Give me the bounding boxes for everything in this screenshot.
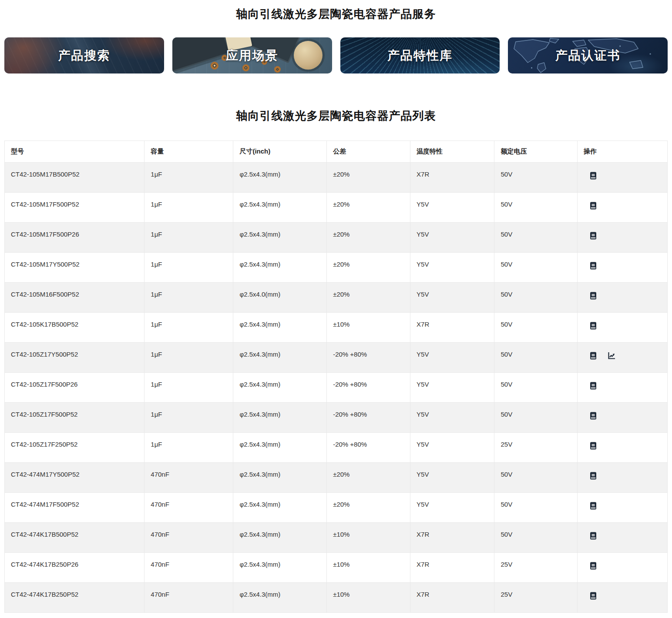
size-cell: φ2.5x4.3(mm) bbox=[233, 373, 327, 403]
table-row: CT42-105M17F500P52 1μF φ2.5x4.3(mm) ±20%… bbox=[5, 193, 668, 223]
header-temp-characteristic: 温度特性 bbox=[410, 141, 494, 163]
book-icon bbox=[589, 531, 598, 540]
model-cell: CT42-105Z17F250P52 bbox=[5, 433, 144, 463]
capacity-cell: 1μF bbox=[144, 313, 233, 343]
temp-characteristic-cell: Y5V bbox=[410, 343, 494, 373]
size-cell: φ2.5x4.3(mm) bbox=[233, 193, 327, 223]
model-cell: CT42-105M16F500P52 bbox=[5, 283, 144, 313]
temp-characteristic-cell: Y5V bbox=[410, 283, 494, 313]
view-datasheet-button[interactable] bbox=[589, 381, 598, 390]
tolerance-cell: ±20% bbox=[327, 223, 410, 253]
size-cell: φ2.5x4.3(mm) bbox=[233, 343, 327, 373]
capacity-cell: 470nF bbox=[144, 553, 233, 583]
actions-cell bbox=[577, 463, 667, 493]
actions-cell bbox=[577, 553, 667, 583]
view-datasheet-button[interactable] bbox=[589, 261, 598, 270]
capacity-cell: 1μF bbox=[144, 193, 233, 223]
capacity-cell: 1μF bbox=[144, 373, 233, 403]
actions-cell bbox=[577, 163, 667, 193]
tolerance-cell: ±10% bbox=[327, 523, 410, 553]
book-icon bbox=[589, 471, 598, 480]
view-datasheet-button[interactable] bbox=[589, 501, 598, 510]
view-datasheet-button[interactable] bbox=[589, 531, 598, 540]
tolerance-cell: ±10% bbox=[327, 313, 410, 343]
capacity-cell: 1μF bbox=[144, 163, 233, 193]
tolerance-cell: -20% +80% bbox=[327, 403, 410, 433]
tolerance-cell: ±20% bbox=[327, 493, 410, 523]
rated-voltage-cell: 25V bbox=[494, 553, 577, 583]
table-row: CT42-105Z17F500P52 1μF φ2.5x4.3(mm) -20%… bbox=[5, 403, 668, 433]
view-datasheet-button[interactable] bbox=[589, 321, 598, 330]
rated-voltage-cell: 25V bbox=[494, 583, 577, 613]
size-cell: φ2.5x4.0(mm) bbox=[233, 283, 327, 313]
banner-product-certificates[interactable]: 产品认证书 bbox=[508, 37, 668, 73]
banner-product-characteristics[interactable]: 产品特性库 bbox=[340, 37, 500, 73]
view-datasheet-button[interactable] bbox=[589, 471, 598, 480]
temp-characteristic-cell: Y5V bbox=[410, 463, 494, 493]
view-datasheet-button[interactable] bbox=[589, 201, 598, 210]
line-chart-up-icon bbox=[607, 351, 616, 360]
table-row: CT42-105M16F500P52 1μF φ2.5x4.0(mm) ±20%… bbox=[5, 283, 668, 313]
rated-voltage-cell: 50V bbox=[494, 313, 577, 343]
size-cell: φ2.5x4.3(mm) bbox=[233, 253, 327, 283]
table-row: CT42-474K17B500P52 470nF φ2.5x4.3(mm) ±1… bbox=[5, 523, 668, 553]
banner-label: 产品特性库 bbox=[387, 47, 453, 64]
book-icon bbox=[589, 321, 598, 330]
banner-nav: 产品搜索 应用场景 产品特性库 bbox=[0, 37, 672, 73]
book-icon bbox=[589, 411, 598, 420]
temp-characteristic-cell: Y5V bbox=[410, 373, 494, 403]
table-row: CT42-474K17B250P52 470nF φ2.5x4.3(mm) ±1… bbox=[5, 583, 668, 613]
actions-cell bbox=[577, 193, 667, 223]
view-trend-button[interactable] bbox=[607, 351, 616, 360]
view-datasheet-button[interactable] bbox=[589, 291, 598, 300]
temp-characteristic-cell: Y5V bbox=[410, 403, 494, 433]
view-datasheet-button[interactable] bbox=[589, 231, 598, 240]
capacity-cell: 1μF bbox=[144, 433, 233, 463]
table-row: CT42-105M17Y500P52 1μF φ2.5x4.3(mm) ±20%… bbox=[5, 253, 668, 283]
view-datasheet-button[interactable] bbox=[589, 441, 598, 450]
model-cell: CT42-474K17B500P52 bbox=[5, 523, 144, 553]
actions-cell bbox=[577, 433, 667, 463]
model-cell: CT42-474K17B250P52 bbox=[5, 583, 144, 613]
header-model: 型号 bbox=[5, 141, 144, 163]
view-datasheet-button[interactable] bbox=[589, 351, 598, 360]
product-table: 型号 容量 尺寸(inch) 公差 温度特性 额定电压 操作 CT42-105M… bbox=[4, 140, 668, 613]
size-cell: φ2.5x4.3(mm) bbox=[233, 433, 327, 463]
size-cell: φ2.5x4.3(mm) bbox=[233, 523, 327, 553]
rated-voltage-cell: 50V bbox=[494, 163, 577, 193]
model-cell: CT42-474M17Y500P52 bbox=[5, 463, 144, 493]
model-cell: CT42-474K17B250P26 bbox=[5, 553, 144, 583]
service-title: 轴向引线激光多层陶瓷电容器产品服务 bbox=[4, 7, 668, 21]
temp-characteristic-cell: Y5V bbox=[410, 193, 494, 223]
actions-cell bbox=[577, 583, 667, 613]
rated-voltage-cell: 50V bbox=[494, 493, 577, 523]
capacity-cell: 1μF bbox=[144, 403, 233, 433]
header-size: 尺寸(inch) bbox=[233, 141, 327, 163]
view-datasheet-button[interactable] bbox=[589, 171, 598, 180]
rated-voltage-cell: 50V bbox=[494, 253, 577, 283]
book-icon bbox=[589, 381, 598, 390]
view-datasheet-button[interactable] bbox=[589, 411, 598, 420]
rated-voltage-cell: 50V bbox=[494, 403, 577, 433]
actions-cell bbox=[577, 373, 667, 403]
page-header: 轴向引线激光多层陶瓷电容器产品服务 bbox=[0, 7, 672, 21]
actions-cell bbox=[577, 253, 667, 283]
size-cell: φ2.5x4.3(mm) bbox=[233, 163, 327, 193]
capacity-cell: 470nF bbox=[144, 493, 233, 523]
view-datasheet-button[interactable] bbox=[589, 561, 598, 570]
header-rated-voltage: 额定电压 bbox=[494, 141, 577, 163]
table-row: CT42-105M17F500P26 1μF φ2.5x4.3(mm) ±20%… bbox=[5, 223, 668, 253]
size-cell: φ2.5x4.3(mm) bbox=[233, 553, 327, 583]
view-datasheet-button[interactable] bbox=[589, 591, 598, 600]
model-cell: CT42-474M17F500P52 bbox=[5, 493, 144, 523]
rated-voltage-cell: 50V bbox=[494, 343, 577, 373]
size-cell: φ2.5x4.3(mm) bbox=[233, 583, 327, 613]
banner-application-scenarios[interactable]: 应用场景 bbox=[172, 37, 332, 73]
temp-characteristic-cell: X7R bbox=[410, 523, 494, 553]
temp-characteristic-cell: Y5V bbox=[410, 433, 494, 463]
rated-voltage-cell: 50V bbox=[494, 463, 577, 493]
banner-product-search[interactable]: 产品搜索 bbox=[4, 37, 164, 73]
tolerance-cell: -20% +80% bbox=[327, 373, 410, 403]
size-cell: φ2.5x4.3(mm) bbox=[233, 313, 327, 343]
actions-cell bbox=[577, 343, 667, 373]
